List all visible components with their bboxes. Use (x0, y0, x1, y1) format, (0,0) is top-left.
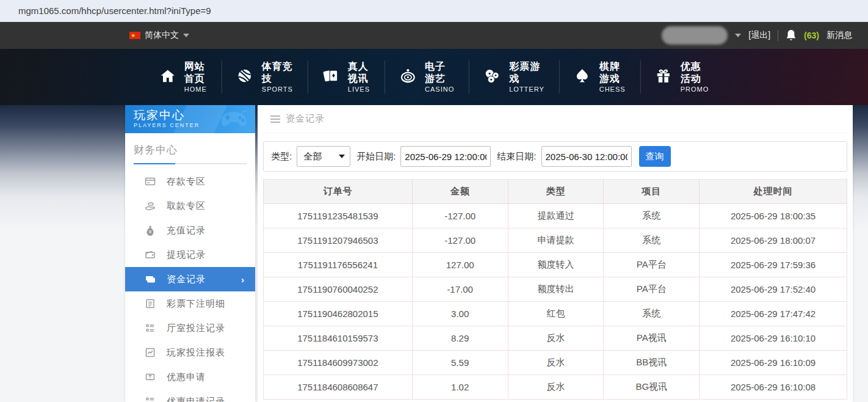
table-cell: PA视讯 (604, 326, 700, 351)
sidebar-item-存款专区[interactable]: 存款专区› (125, 169, 255, 194)
nav-label-en: SPORTS (262, 85, 293, 93)
players-center-header: 玩家中心 PLAYERS CENTER (125, 105, 255, 133)
home-icon (159, 68, 178, 86)
table-cell: 红包 (508, 302, 604, 326)
page-url: mgm1065.com/hhcp/usercenter.html?iniType… (18, 5, 211, 16)
table-header-cell: 项目 (604, 180, 700, 204)
deposit-card-icon (145, 176, 156, 187)
nav-item-lives[interactable]: 真人视讯LIVES (308, 60, 385, 93)
table-cell: 2025-06-29 16:10:10 (700, 326, 847, 351)
list-icon (145, 323, 156, 334)
nav-label-zh: 棋牌游戏 (599, 60, 626, 85)
report-chart-icon (145, 347, 156, 358)
table-row: 1751191235481539-127.00提款通过系统2025-06-29 … (264, 204, 847, 228)
table-cell: 1751184608608647 (264, 375, 413, 400)
nav-label-en: PROMO (681, 85, 709, 93)
lottery-balls-icon (484, 68, 502, 86)
sidebar-item-厅室投注记录[interactable]: 厅室投注记录› (125, 316, 255, 340)
sidebar-item-提现记录[interactable]: 提现记录› (125, 243, 255, 267)
table-cell: 反水 (508, 375, 604, 400)
table-cell: -17.00 (412, 277, 508, 302)
browser-url-bar[interactable]: mgm1065.com/hhcp/usercenter.html?iniType… (0, 0, 868, 22)
table-cell: 系统 (604, 228, 700, 253)
finance-center-title: 财务中心 (134, 143, 247, 163)
sidebar-item-玩家投注报表[interactable]: 玩家投注报表› (125, 340, 255, 365)
table-cell: BB视讯 (604, 351, 700, 375)
sidebar-item-label: 取款专区 (167, 200, 206, 212)
table-cell: 1751184609973002 (264, 351, 413, 375)
nav-item-casino[interactable]: 电子游艺CASINO (385, 60, 469, 93)
nav-label-en: LOTTERY (509, 85, 544, 93)
breadcrumb: 资金记录 (263, 105, 847, 133)
type-select-value: 全部 (303, 151, 322, 163)
breadcrumb-label: 资金记录 (286, 113, 325, 125)
new-message-link[interactable]: 新消息 (826, 30, 852, 41)
sidebar-item-label: 存款专区 (167, 176, 206, 188)
nav-label-zh: 彩票游戏 (509, 60, 544, 85)
nav-item-chess[interactable]: 棋牌游戏CHESS (560, 60, 641, 93)
table-cell: 反水 (508, 351, 604, 375)
sidebar-item-彩票下注明细[interactable]: 彩票下注明细› (125, 291, 255, 316)
table-cell: 1751191176556241 (264, 253, 413, 277)
table-cell: 额度转出 (508, 277, 604, 302)
nav-item-promo[interactable]: 优惠活动PROMO (641, 60, 724, 93)
type-select[interactable]: 全部 (297, 146, 350, 167)
sidebar-item-label: 充值记录 (167, 225, 206, 236)
main-navigation: 网站首页HOME体育竞技SPORTS真人视讯LIVES电子游艺CASINO彩票游… (0, 49, 868, 105)
china-flag-icon: ★ (129, 32, 140, 39)
table-cell: 3.00 (412, 302, 508, 326)
table-cell: 8.29 (412, 326, 508, 351)
start-date-label: 开始日期: (356, 151, 396, 163)
sidebar-item-优惠申请[interactable]: 优惠申请› (125, 365, 255, 389)
sidebar-item-充值记录[interactable]: ¥充值记录› (125, 218, 255, 243)
user-menu-chevron-icon[interactable] (735, 34, 741, 37)
promo-ticket-icon (145, 371, 156, 382)
wallet-icon (145, 249, 156, 260)
table-cell: -127.00 (412, 228, 508, 253)
table-row: 1751191176556241127.00额度转入PA平台2025-06-29… (264, 253, 847, 277)
app-window: mgm1065.com/hhcp/usercenter.html?iniType… (0, 0, 868, 402)
logout-link[interactable]: [退出] (748, 30, 770, 41)
list-icon (145, 396, 156, 402)
table-cell: 2025-06-29 17:59:36 (700, 253, 847, 277)
search-button[interactable]: 查询 (639, 146, 671, 167)
type-label: 类型: (271, 151, 292, 163)
sidebar: 玩家中心 PLAYERS CENTER 财务中心 存款专区›取款专区›¥充值记录… (125, 105, 255, 402)
end-date-input[interactable] (541, 146, 632, 167)
table-cell: 2025-06-29 16:10:08 (700, 375, 847, 400)
table-row: 17511904628020153.00红包系统2025-06-29 17:47… (264, 302, 847, 326)
language-selector[interactable]: ★ 简体中文 (129, 22, 189, 49)
nav-item-sports[interactable]: 体育竞技SPORTS (222, 60, 308, 93)
table-cell: 1751191207946503 (264, 228, 413, 253)
nav-label-en: CHESS (599, 85, 626, 93)
table-cell: 2025-06-29 18:00:07 (700, 228, 847, 253)
sidebar-item-优惠申请记录[interactable]: 优惠申请记录› (125, 389, 255, 402)
table-cell: 额度转入 (508, 253, 604, 277)
start-date-input[interactable] (400, 146, 491, 167)
end-date-label: 结束日期: (497, 151, 536, 163)
language-label: 简体中文 (145, 30, 179, 41)
money-bag-icon: ¥ (145, 225, 156, 236)
message-count[interactable]: (63) (804, 31, 819, 40)
table-cell: 1751190760040252 (264, 277, 413, 302)
table-row: 17511846101595738.29反水PA视讯2025-06-29 16:… (264, 326, 847, 351)
table-cell: 127.00 (412, 253, 508, 277)
main-content: 资金记录 类型: 全部 开始日期: 结束日期: 查询 订单号金额类型项目处理时间… (258, 105, 853, 402)
nav-item-lottery[interactable]: 彩票游戏LOTTERY (469, 60, 560, 93)
nav-label-zh: 网站首页 (184, 60, 207, 85)
withdraw-hand-icon (145, 200, 156, 211)
table-header-cell: 处理时间 (700, 180, 847, 204)
sports-ball-icon (237, 68, 255, 86)
sidebar-item-取款专区[interactable]: 取款专区› (125, 194, 255, 218)
nav-item-home[interactable]: 网站首页HOME (145, 60, 222, 93)
menu-icon (270, 115, 280, 123)
sidebar-item-资金记录[interactable]: 资金记录› (125, 267, 255, 291)
section-underline (134, 163, 247, 164)
table-cell: 2025-06-29 17:52:40 (700, 277, 847, 302)
table-cell: 提款通过 (508, 204, 604, 228)
bell-icon[interactable] (786, 29, 797, 42)
table-cell: 1751184610159573 (264, 326, 413, 351)
table-cell: 申请提款 (508, 228, 604, 253)
table-header-cell: 订单号 (264, 180, 413, 204)
finance-center-section: 财务中心 (125, 133, 255, 164)
